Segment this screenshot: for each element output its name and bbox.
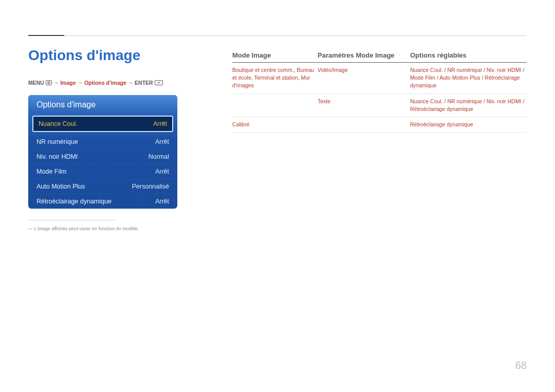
cell-params: [318, 121, 410, 128]
separator: /: [435, 74, 439, 81]
menu-item-value: Normal: [149, 153, 169, 160]
menu-icon: [46, 80, 52, 86]
footnote-dash: ―: [28, 226, 33, 231]
table-header: Mode Image Paramètres Mode Image Options…: [232, 51, 527, 63]
menu-item[interactable]: Mode FilmArrêt: [28, 164, 177, 179]
menu-item-label: Nuance Coul.: [39, 120, 78, 127]
page-number: 68: [515, 360, 527, 371]
menu-item[interactable]: NR numériqueArrêt: [28, 134, 177, 149]
term: Calibré: [232, 121, 249, 127]
term: Boutique et centre comm.: [232, 67, 294, 73]
table-row: TexteNuance Coul. / NR numérique / Niv. …: [232, 94, 527, 117]
menu-item-value: Arrêt: [153, 120, 167, 127]
cell-params: Vidéo/Image: [318, 66, 410, 90]
term: Niv. noir HDMI: [487, 98, 521, 104]
bc-item-options: Options d'image: [84, 80, 126, 86]
term: Texte: [318, 98, 330, 104]
cell-params: Texte: [318, 98, 410, 113]
th-mode-image: Mode Image: [232, 51, 318, 59]
cell-mode-image: Boutique et centre comm., Bureau et écol…: [232, 66, 318, 90]
bc-arrow-3: →: [128, 80, 134, 86]
menu-item[interactable]: Niv. noir HDMINormal: [28, 149, 177, 164]
table-row: CalibréRétroéclairage dynamique: [232, 117, 527, 133]
cell-mode-image: [232, 98, 318, 113]
menu-item-value: Arrêt: [155, 198, 169, 205]
bc-arrow-1: →: [53, 80, 59, 86]
bc-item-image: Image: [60, 80, 76, 86]
footnote-rule: [28, 220, 116, 220]
separator: /: [521, 98, 524, 104]
menu-item-value: Personnalisé: [132, 183, 169, 190]
menu-item-value: Arrêt: [155, 168, 169, 175]
menu-item[interactable]: Auto Motion PlusPersonnalisé: [28, 179, 177, 194]
menu-item-label: Auto Motion Plus: [36, 183, 85, 190]
term: Nuance Coul.: [410, 98, 443, 104]
page-title: Options d'image: [28, 47, 140, 64]
breadcrumb: MENU → Image → Options d'image → ENTER: [28, 80, 163, 86]
options-menu-panel: Options d'image Nuance Coul.ArrêtNR numé…: [28, 95, 177, 209]
options-table: Mode Image Paramètres Mode Image Options…: [232, 51, 527, 133]
menu-item[interactable]: Nuance Coul.Arrêt: [32, 116, 173, 132]
menu-item[interactable]: Rétroéclairage dynamiqueArrêt: [28, 194, 177, 209]
menu-item-label: Niv. noir HDMI: [36, 153, 78, 160]
cell-options: Nuance Coul. / NR numérique / Niv. noir …: [410, 98, 527, 113]
panel-title: Options d'image: [28, 95, 177, 114]
footnote: ― L'image affichée peut varier en foncti…: [28, 226, 139, 231]
table-row: Boutique et centre comm., Bureau et écol…: [232, 63, 527, 94]
rule-short: [28, 35, 64, 36]
cell-options: Nuance Coul. / NR numérique / Niv. noir …: [410, 66, 527, 90]
term: Rétroéclairage dynamique: [410, 106, 473, 112]
separator: /: [482, 98, 487, 104]
menu-item-label: Mode Film: [36, 168, 66, 175]
th-options-reglables: Options réglables: [410, 51, 527, 59]
separator: /: [482, 67, 487, 73]
term: NR numérique: [447, 98, 482, 104]
term: Vidéo/Image: [318, 67, 348, 73]
cell-mode-image: Calibré: [232, 121, 318, 128]
term: Niv. noir HDMI: [487, 67, 521, 73]
bc-menu-label: MENU: [28, 80, 44, 86]
term: Mode Film: [410, 74, 435, 81]
cell-options: Rétroéclairage dynamique: [410, 121, 527, 128]
bc-arrow-2: →: [77, 80, 83, 86]
term: Auto Motion Plus: [439, 74, 480, 81]
term: Nuance Coul.: [410, 67, 443, 73]
rule-long: [64, 35, 527, 36]
bc-enter-label: ENTER: [135, 80, 153, 86]
separator: /: [521, 67, 524, 73]
term: Rétroéclairage dynamique: [410, 121, 473, 127]
menu-item-label: Rétroéclairage dynamique: [36, 198, 112, 205]
footnote-text: L'image affichée peut varier en fonction…: [34, 226, 139, 231]
th-params-mode-image: Paramètres Mode Image: [318, 51, 410, 59]
term: Terminal et station: [254, 74, 298, 81]
menu-item-value: Arrêt: [155, 138, 169, 145]
enter-icon: [155, 80, 163, 86]
term: NR numérique: [447, 67, 482, 73]
menu-item-label: NR numérique: [36, 138, 78, 145]
